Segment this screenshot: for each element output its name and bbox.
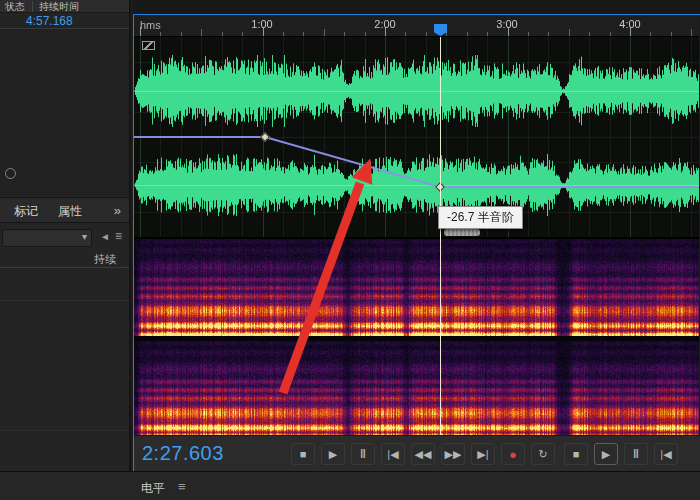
chevron-down-icon: ▾: [82, 231, 87, 242]
play-button[interactable]: ▶: [321, 443, 345, 465]
levels-panel-title: 电平: [141, 480, 165, 497]
loop-button[interactable]: ↻: [531, 443, 555, 465]
envelope-value-tooltip: -26.7 半音阶: [438, 206, 523, 229]
time-format-label: hms: [140, 19, 161, 31]
tab-properties[interactable]: 属性: [58, 198, 82, 224]
waveform-editor-panel: hms 1:00 2:00 3:00 4:00 -26.7 半音阶 2:27.6…: [133, 14, 700, 471]
header-col-status: 状态: [5, 0, 25, 13]
ruler-tick-label: 2:00: [374, 18, 395, 30]
marker-toolbar-row: ▾ ◄ ≡: [0, 226, 129, 250]
rewind-button[interactable]: ◀◀: [411, 443, 435, 465]
panel-menu-icon[interactable]: ≡: [178, 479, 186, 494]
divider: [0, 267, 129, 268]
panel-overflow-chevron[interactable]: »: [114, 198, 121, 224]
duration-column-header: 持续: [0, 252, 129, 267]
duration-value: 4:57.168: [26, 14, 73, 28]
levels-panel: 电平 ≡: [0, 471, 700, 500]
pause-button[interactable]: ‖: [351, 443, 375, 465]
divider: [0, 430, 129, 431]
spectrogram-display[interactable]: [134, 237, 699, 435]
left-panel: 状态 持续时间 4:57.168 标记 属性 » ▾ ◄ ≡ 持续: [0, 0, 131, 471]
spectrogram-canvas: [134, 239, 699, 437]
selection-header-row: 状态 持续时间: [0, 0, 129, 13]
clip-gain-icon[interactable]: [142, 41, 155, 50]
volume-envelope[interactable]: [134, 37, 699, 237]
fast-forward-button[interactable]: ▶▶: [441, 443, 465, 465]
play-button-2[interactable]: ▶: [594, 443, 618, 465]
skip-to-end-button[interactable]: ▶|: [471, 443, 495, 465]
ruler-ticks-canvas: [134, 15, 699, 37]
divider: [0, 300, 129, 301]
stop-button[interactable]: ■: [291, 443, 315, 465]
ruler-tick-label: 4:00: [619, 18, 640, 30]
ruler-tick-label: 1:00: [251, 18, 272, 30]
empty-list-area: [0, 29, 129, 195]
status-icon: [5, 168, 16, 179]
transport-bar: 2:27.603 ■ ▶ ‖ |◀ ◀◀ ▶▶ ▶| ● ↻ ■ ▶ ‖ |◀: [134, 435, 700, 471]
ruler-tick-label: 3:00: [496, 18, 517, 30]
menu-icon[interactable]: ≡: [115, 229, 122, 243]
header-divider: [32, 1, 33, 12]
record-button[interactable]: ●: [501, 443, 525, 465]
collapse-icon[interactable]: ◄: [100, 231, 110, 242]
panel-tab-bar: 标记 属性 »: [0, 197, 129, 223]
envelope-drag-handle[interactable]: [444, 229, 480, 236]
timeline-ruler[interactable]: hms 1:00 2:00 3:00 4:00: [134, 15, 699, 37]
transport-buttons-secondary: ■ ▶ ‖ |◀: [564, 443, 678, 465]
time-display[interactable]: 2:27.603: [142, 442, 224, 465]
top-strip: [133, 0, 700, 14]
playhead-line: [440, 37, 441, 435]
marker-type-dropdown[interactable]: ▾: [2, 229, 92, 247]
tab-markers[interactable]: 标记: [14, 198, 38, 224]
pause-button-2[interactable]: ‖: [624, 443, 648, 465]
header-col-duration: 持续时间: [39, 0, 79, 13]
stop-button-2[interactable]: ■: [564, 443, 588, 465]
skip-to-start-button[interactable]: |◀: [381, 443, 405, 465]
transport-buttons: ■ ▶ ‖ |◀ ◀◀ ▶▶ ▶| ● ↻: [291, 443, 555, 465]
waveform-display[interactable]: [134, 37, 699, 237]
skip-to-start-button-2[interactable]: |◀: [654, 443, 678, 465]
